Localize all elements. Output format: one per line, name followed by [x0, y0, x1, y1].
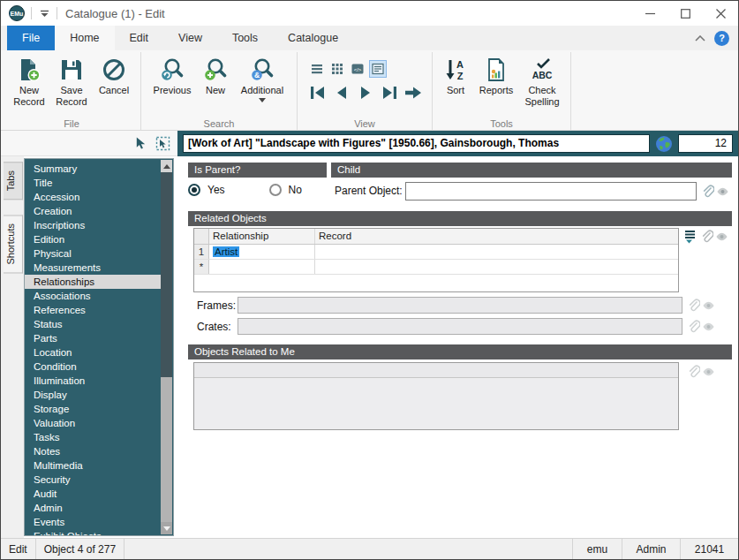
select-region-icon[interactable] [155, 136, 170, 151]
new-row-header[interactable]: * [194, 260, 209, 274]
sidebar-item-display[interactable]: Display [25, 388, 161, 402]
row-header[interactable]: 1 [194, 245, 209, 259]
parent-object-input[interactable] [405, 182, 697, 201]
sidebar-item-physical[interactable]: Physical [25, 246, 161, 261]
tab-tools[interactable]: Tools [217, 26, 273, 50]
view-attachment-icon [702, 322, 715, 332]
ribbon-group-search-label: Search [141, 118, 297, 129]
objects-related-group-header: Objects Related to Me [188, 344, 732, 359]
tab-home[interactable]: Home [55, 26, 114, 50]
view-code-toggle[interactable]: </> [349, 60, 366, 78]
minimize-button[interactable] [632, 1, 667, 26]
sidebar-item-admin[interactable]: Admin [25, 501, 161, 515]
scroll-up-icon[interactable] [161, 160, 172, 172]
attach-icon[interactable] [700, 184, 714, 199]
sidebar-item-storage[interactable]: Storage [25, 402, 161, 416]
view-list-toggle[interactable] [308, 60, 326, 78]
view-grid-toggle[interactable] [328, 60, 346, 78]
sidebar-item-edition[interactable]: Edition [25, 232, 161, 246]
side-tab-shortcuts[interactable]: Shortcuts [4, 215, 23, 273]
sidebar-item-exhibit-objects[interactable]: Exhibit Objects [25, 529, 161, 535]
previous-record-button[interactable] [332, 85, 351, 101]
view-attachment-icon[interactable] [715, 231, 728, 242]
view-details-toggle[interactable] [369, 60, 387, 78]
sidebar-item-valuation[interactable]: Valuation [25, 416, 161, 430]
cancel-button[interactable]: Cancel [93, 55, 135, 96]
close-button[interactable] [703, 1, 738, 26]
sidebar-item-associations[interactable]: Associations [25, 289, 161, 303]
tab-view[interactable]: View [163, 26, 217, 50]
collapse-ribbon-icon[interactable] [695, 35, 705, 42]
next-record-button[interactable] [356, 85, 375, 101]
tab-edit[interactable]: Edit [115, 26, 164, 50]
scrollbar-thumb[interactable] [161, 377, 172, 522]
maximize-button[interactable] [667, 1, 703, 26]
record-cell[interactable] [315, 260, 678, 274]
relationships-form: Is Parent? Child Yes No Parent Object: R… [174, 156, 738, 538]
crates-label: Crates: [197, 321, 231, 333]
view-attachment-icon [702, 300, 715, 311]
sidebar-item-tasks[interactable]: Tasks [25, 430, 161, 444]
search-additional-button[interactable]: & Additional [233, 55, 291, 102]
pointer-tool-icon[interactable] [134, 136, 147, 150]
view-attachment-icon [702, 367, 715, 377]
sidebar-item-inscriptions[interactable]: Inscriptions [25, 218, 161, 232]
status-bar: Edit Object 4 of 277 emu Admin 21041 [1, 538, 738, 559]
sidebar-item-events[interactable]: Events [25, 515, 161, 529]
objects-related-header-row [194, 363, 678, 378]
attach-icon [686, 319, 700, 334]
sidebar-item-creation[interactable]: Creation [25, 204, 161, 218]
sidebar-item-summary[interactable]: Summary [25, 162, 161, 176]
grid-row-new: * [194, 260, 678, 275]
reports-button[interactable]: Reports [473, 55, 519, 96]
sort-label: Sort [447, 85, 464, 96]
status-server: emu [572, 539, 622, 559]
tab-catalogue[interactable]: Catalogue [273, 26, 353, 50]
check-spelling-button[interactable]: ABC Check Spelling [519, 55, 565, 108]
record-cell[interactable] [315, 245, 678, 259]
quick-access-dropdown-icon[interactable] [38, 7, 50, 19]
radio-yes[interactable] [188, 184, 200, 196]
reports-label: Reports [479, 85, 514, 96]
sidebar-item-security[interactable]: Security [25, 473, 161, 487]
sidebar-item-location[interactable]: Location [25, 345, 161, 359]
sidebar-item-relationships[interactable]: Relationships [25, 275, 161, 289]
grid-row-1: 1 Artist [194, 245, 678, 260]
sidebar-item-title[interactable]: Title [25, 176, 161, 190]
radio-no[interactable] [269, 184, 282, 196]
save-record-button[interactable]: Save Record [50, 55, 93, 108]
new-record-button[interactable]: New Record [8, 55, 50, 108]
sidebar-item-status[interactable]: Status [25, 317, 161, 331]
search-previous-button[interactable]: Previous [147, 55, 198, 96]
svg-text:</>: </> [354, 67, 362, 72]
sidebar-item-illumination[interactable]: Illumination [25, 374, 161, 388]
svg-text:Z: Z [457, 71, 464, 81]
sidebar-scrollbar[interactable] [161, 160, 172, 534]
attach-icon[interactable] [699, 229, 713, 244]
sidebar-item-accession[interactable]: Accession [25, 190, 161, 204]
search-new-button[interactable]: New [198, 55, 233, 96]
sidebar-item-measurements[interactable]: Measurements [25, 261, 161, 275]
column-header-record[interactable]: Record [315, 229, 678, 244]
scroll-down-icon[interactable] [161, 522, 172, 534]
search-previous-label: Previous [154, 85, 192, 96]
view-attachment-icon[interactable] [716, 186, 729, 197]
last-record-button[interactable] [380, 85, 399, 101]
first-record-button[interactable] [308, 85, 328, 101]
sort-button[interactable]: AZ Sort [438, 55, 473, 96]
help-icon[interactable]: ? [714, 31, 729, 46]
column-header-relationship[interactable]: Relationship [209, 229, 315, 244]
grid-options-icon[interactable] [683, 229, 698, 244]
sidebar-item-parts[interactable]: Parts [25, 331, 161, 345]
ribbon-group-view-label: View [298, 118, 432, 129]
goto-record-button[interactable] [403, 85, 423, 101]
sidebar-item-audit[interactable]: Audit [25, 487, 161, 501]
sidebar-item-multimedia[interactable]: Multimedia [25, 458, 161, 473]
sidebar-item-references[interactable]: References [25, 303, 161, 317]
side-tab-tabs[interactable]: Tabs [4, 162, 23, 200]
sidebar-item-notes[interactable]: Notes [25, 444, 161, 458]
relationship-cell[interactable]: Artist [209, 245, 315, 259]
tab-file[interactable]: File [7, 26, 55, 50]
sidebar-item-condition[interactable]: Condition [25, 359, 161, 374]
relationship-cell[interactable] [209, 260, 315, 274]
